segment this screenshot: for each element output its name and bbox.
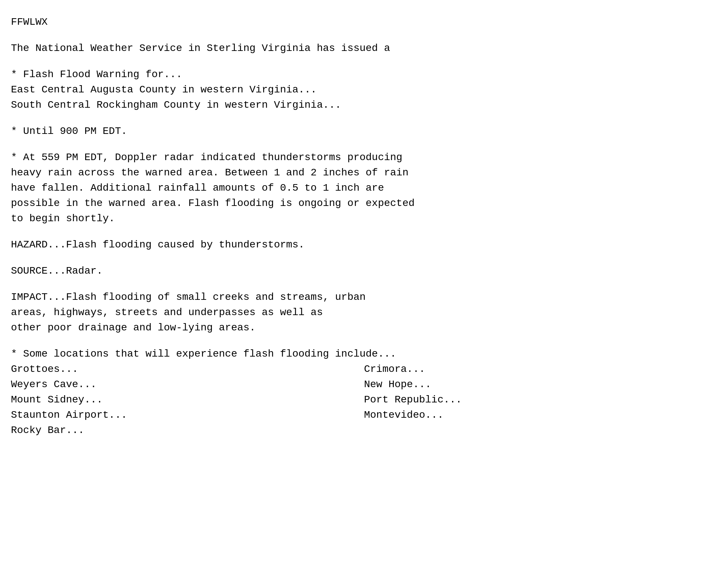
intro-text: The National Weather Service in Sterling… [11,43,390,54]
impact-section: IMPACT...Flash flooding of small creeks … [11,290,717,335]
list-item: Weyers Cave... [11,377,364,392]
until-text: * Until 900 PM EDT. [11,124,717,139]
list-item: Port Republic... [364,392,717,408]
list-item: Mount Sidney... [11,392,364,408]
list-item: Montevideo... [364,408,717,423]
locations-columns: Grottoes...Weyers Cave...Mount Sidney...… [11,362,717,438]
locations-col1: Grottoes...Weyers Cave...Mount Sidney...… [11,362,364,438]
code-text: FFWLWX [11,16,48,28]
hazard-text: HAZARD...Flash flooding caused by thunde… [11,237,717,253]
hazard-section: HAZARD...Flash flooding caused by thunde… [11,237,717,253]
warning-section: * Flash Flood Warning for... East Centra… [11,67,717,113]
until-section: * Until 900 PM EDT. [11,124,717,139]
intro-section: The National Weather Service in Sterling… [11,41,717,56]
impact-text: IMPACT...Flash flooding of small creeks … [11,290,717,335]
source-text: SOURCE...Radar. [11,263,717,279]
locations-intro: * Some locations that will experience fl… [11,346,717,362]
list-item: Grottoes... [11,362,364,377]
warning-location2: South Central Rockingham County in weste… [11,98,717,113]
locations-col2: Crimora...New Hope...Port Republic...Mon… [364,362,717,438]
locations-section: * Some locations that will experience fl… [11,346,717,438]
warning-location1: East Central Augusta County in western V… [11,82,717,98]
warning-title: * Flash Flood Warning for... [11,67,717,82]
source-section: SOURCE...Radar. [11,263,717,279]
header-code: FFWLWX [11,15,717,30]
list-item: Rocky Bar... [11,423,364,438]
list-item: Staunton Airport... [11,408,364,423]
list-item: Crimora... [364,362,717,377]
at-section: * At 559 PM EDT, Doppler radar indicated… [11,150,717,226]
at-text: * At 559 PM EDT, Doppler radar indicated… [11,150,717,226]
page-content: FFWLWX The National Weather Service in S… [11,15,717,438]
list-item: New Hope... [364,377,717,392]
